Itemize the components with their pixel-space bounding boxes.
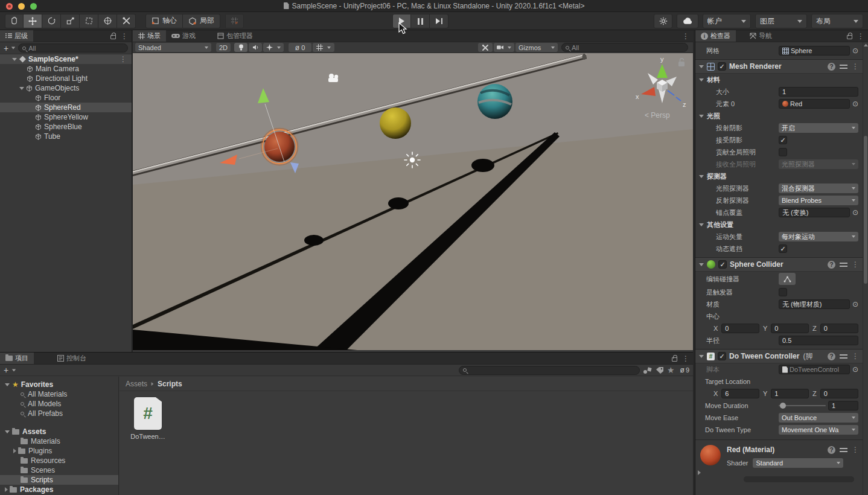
favorites-star-icon[interactable]: ★ — [667, 365, 675, 375]
hierarchy-item-selected[interactable]: SphereRed — [0, 103, 132, 112]
collab-cloud-button[interactable] — [677, 14, 698, 28]
tree-item[interactable]: All Prefabs — [0, 409, 118, 418]
lock-icon[interactable] — [672, 357, 677, 362]
chevron-down-icon[interactable] — [12, 369, 16, 371]
foldout-icon[interactable] — [5, 487, 8, 492]
mesh-renderer-header[interactable]: ✓ Mesh Renderer ?⋮ — [695, 59, 863, 74]
scene-canvas[interactable]: y x z < Persp — [133, 53, 693, 350]
center-y-field[interactable]: 0 — [771, 324, 809, 333]
kebab-menu-icon[interactable]: ⋮ — [857, 32, 864, 40]
enabled-checkbox[interactable]: ✓ — [718, 62, 726, 71]
tree-item-packages[interactable]: Packages — [0, 485, 118, 494]
pause-button[interactable] — [411, 14, 430, 28]
hierarchy-item[interactable]: Directional Light — [0, 74, 132, 83]
scale-tool-button[interactable] — [61, 14, 80, 28]
layout-dropdown[interactable]: 布局 — [811, 14, 863, 28]
move-tool-button[interactable] — [24, 14, 42, 28]
tree-item-assets[interactable]: Assets — [0, 427, 118, 436]
sphere-blue[interactable] — [477, 84, 512, 119]
materials-foldout[interactable]: 材料 — [695, 74, 863, 86]
account-dropdown[interactable]: 帐户 — [703, 14, 751, 28]
effects-dropdown-button[interactable] — [263, 43, 284, 52]
layers-dropdown[interactable]: 图层 — [755, 14, 807, 28]
slider-knob[interactable] — [780, 403, 786, 409]
materials-size-field[interactable]: 1 — [779, 87, 858, 97]
tree-item[interactable]: Plugins — [0, 446, 118, 456]
local-toggle-button[interactable]: 局部 — [183, 14, 220, 28]
object-picker-icon[interactable]: ⊙ — [852, 366, 858, 373]
custom-tool-button[interactable] — [117, 14, 136, 28]
tab-hierarchy[interactable]: 层级 — [0, 30, 33, 42]
material-preview-sphere[interactable] — [700, 445, 721, 465]
create-button[interactable]: + — [4, 44, 8, 53]
kebab-menu-icon[interactable]: ⋮ — [852, 446, 859, 454]
physic-material-field[interactable]: 无 (物理材质) — [779, 299, 850, 309]
rect-tool-button[interactable] — [80, 14, 98, 28]
receive-shadows-checkbox[interactable]: ✓ — [779, 136, 787, 144]
hierarchy-item[interactable]: SphereYellow — [0, 112, 132, 122]
lock-icon[interactable] — [847, 35, 852, 39]
tree-item[interactable]: Resources — [0, 456, 118, 465]
foldout-icon[interactable] — [699, 355, 704, 358]
kebab-menu-icon[interactable]: ⋮ — [682, 32, 689, 40]
tab-navigation[interactable]: 导航 — [744, 30, 777, 42]
play-button[interactable] — [392, 14, 411, 28]
zoom-button[interactable] — [30, 3, 37, 10]
hierarchy-search-input[interactable]: All — [18, 43, 128, 53]
tree-item[interactable]: All Materials — [0, 389, 118, 399]
scroll-up-icon[interactable] — [863, 43, 868, 48]
hidden-count-badge[interactable]: ø9 — [680, 366, 689, 374]
mesh-object-field[interactable]: Sphere — [779, 46, 850, 56]
hidden-objects-button[interactable]: ø0 — [289, 43, 311, 52]
dynamic-occlusion-checkbox[interactable]: ✓ — [779, 244, 787, 253]
tab-package-manager[interactable]: 包管理器 — [212, 30, 258, 42]
preset-icon[interactable] — [840, 353, 847, 360]
hierarchy-item[interactable]: GameObjects — [0, 83, 132, 93]
tree-item-favorites[interactable]: ★ Favorites — [0, 380, 118, 389]
grid-snap-button[interactable] — [225, 14, 244, 28]
foldout-icon[interactable] — [5, 430, 10, 433]
light-gizmo-icon[interactable] — [404, 152, 420, 168]
move-ease-dropdown[interactable]: Out Bounce — [779, 413, 858, 423]
project-search-input[interactable] — [459, 366, 640, 375]
tree-item[interactable]: Materials — [0, 436, 118, 446]
foldout-icon[interactable] — [13, 449, 16, 453]
object-picker-icon[interactable]: ⊙ — [852, 209, 858, 216]
search-by-type-icon[interactable] — [643, 366, 653, 374]
material-preview-bar[interactable] — [744, 476, 854, 482]
breadcrumb-root[interactable]: Assets — [126, 380, 147, 388]
gizmos-dropdown[interactable]: Gizmos — [515, 43, 558, 52]
object-picker-icon[interactable]: ⊙ — [852, 100, 858, 107]
foldout-icon[interactable] — [5, 383, 10, 386]
radius-field[interactable]: 0.5 — [779, 336, 858, 345]
foldout-icon[interactable] — [699, 263, 704, 266]
target-z-field[interactable]: 0 — [820, 389, 858, 398]
hierarchy-item[interactable]: Tube — [0, 132, 132, 141]
preset-icon[interactable] — [840, 261, 847, 268]
tab-scene[interactable]: 场景 — [133, 30, 166, 42]
center-z-field[interactable]: 0 — [820, 324, 858, 333]
progress-indicator-button[interactable] — [654, 14, 672, 28]
inspector-scrollbar[interactable] — [863, 42, 868, 495]
reflection-probes-dropdown[interactable]: Blend Probes — [779, 196, 858, 205]
element0-object-field[interactable]: Red — [779, 99, 850, 109]
hierarchy-item[interactable]: Floor — [0, 93, 132, 103]
preset-icon[interactable] — [840, 63, 847, 70]
kebab-menu-icon[interactable]: ⋮ — [682, 354, 689, 363]
move-duration-slider[interactable] — [779, 401, 826, 410]
sphere-yellow[interactable] — [380, 107, 411, 139]
kebab-menu-icon[interactable]: ⋮ — [120, 55, 127, 63]
foldout-icon[interactable] — [12, 58, 17, 61]
material-expand-icon[interactable] — [698, 470, 701, 475]
edit-collider-button[interactable] — [779, 273, 796, 285]
hierarchy-item-scene[interactable]: SampleScene* ⋮ — [0, 54, 132, 64]
cast-shadows-dropdown[interactable]: 开启 — [779, 123, 858, 133]
help-icon[interactable]: ? — [828, 63, 835, 71]
scene-tools-button[interactable] — [478, 43, 493, 52]
minimize-button[interactable] — [18, 3, 25, 10]
foldout-icon[interactable] — [19, 87, 24, 90]
tab-console[interactable]: 控制台 — [52, 353, 92, 364]
is-trigger-checkbox[interactable] — [779, 288, 787, 296]
dotween-controller-header[interactable]: # ✓ Do Tween Controller(脚 ?⋮ — [695, 349, 863, 363]
object-picker-icon[interactable]: ⊙ — [852, 47, 858, 54]
